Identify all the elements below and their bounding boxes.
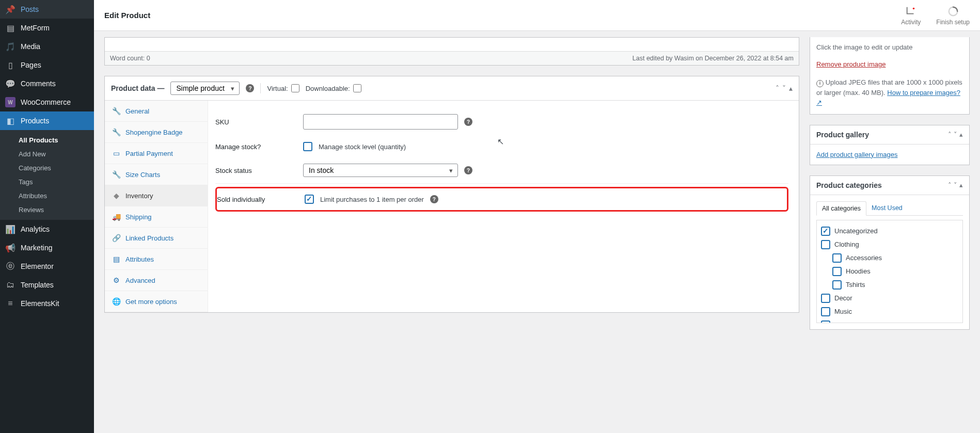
list-icon: ▤ bbox=[112, 255, 120, 263]
move-down-icon[interactable]: ˅ bbox=[954, 131, 957, 138]
virtual-checkbox[interactable] bbox=[291, 84, 299, 92]
help-icon[interactable]: ? bbox=[430, 195, 438, 203]
sidebar-item-products[interactable]: ◧Products bbox=[0, 111, 94, 130]
category-checkbox[interactable] bbox=[821, 307, 830, 316]
finish-setup-label: Finish setup bbox=[936, 19, 970, 26]
product-data-tabs: 🔧General 🔧Shopengine Badge ▭Partial Paym… bbox=[105, 101, 208, 312]
add-gallery-images-link[interactable]: Add product gallery images bbox=[816, 151, 898, 158]
activity-button[interactable]: Activity bbox=[901, 5, 921, 26]
category-label: Tshirts bbox=[846, 281, 865, 288]
progress-icon bbox=[947, 5, 959, 18]
sidebar-item-media[interactable]: 🎵Media bbox=[0, 37, 94, 56]
category-checkbox[interactable] bbox=[832, 267, 842, 276]
sidebar-item-metform[interactable]: ▤MetForm bbox=[0, 19, 94, 37]
sidebar-item-label: Media bbox=[21, 42, 40, 51]
sidebar-item-posts[interactable]: 📌Posts bbox=[0, 0, 94, 19]
tab-inventory[interactable]: ◆Inventory bbox=[105, 185, 208, 206]
category-checkbox[interactable] bbox=[832, 280, 842, 290]
category-checkbox[interactable] bbox=[821, 320, 830, 323]
sidebar-item-woocommerce[interactable]: WWooCommerce bbox=[0, 93, 94, 111]
editor-panel: Word count: 0 Last edited by Wasim on De… bbox=[104, 37, 799, 66]
page-title: Edit Product bbox=[104, 11, 150, 20]
virtual-toggle[interactable]: Virtual: bbox=[267, 84, 299, 92]
sidebar-item-comments[interactable]: 💬Comments bbox=[0, 74, 94, 93]
category-item[interactable]: Pet Food bbox=[821, 318, 958, 323]
submenu-tags[interactable]: Tags bbox=[0, 175, 94, 189]
downloadable-toggle[interactable]: Downloadable: bbox=[306, 84, 361, 92]
tab-size-charts[interactable]: 🔧Size Charts bbox=[105, 164, 208, 185]
category-item[interactable]: Music bbox=[821, 305, 958, 318]
tab-attributes[interactable]: ▤Attributes bbox=[105, 249, 208, 270]
sidebar-item-pages[interactable]: ▯Pages bbox=[0, 56, 94, 74]
finish-setup-button[interactable]: Finish setup bbox=[936, 5, 970, 26]
tab-shipping[interactable]: 🚚Shipping bbox=[105, 206, 208, 228]
collapse-icon[interactable]: ▴ bbox=[789, 84, 793, 92]
tab-get-more-options[interactable]: 🌐Get more options bbox=[105, 291, 208, 312]
sidebar-item-analytics[interactable]: 📊Analytics bbox=[0, 220, 94, 238]
category-item[interactable]: Clothing bbox=[821, 238, 958, 251]
sold-individually-checkbox[interactable] bbox=[305, 195, 314, 204]
topbar: Edit Product Activity Finish setup bbox=[94, 0, 980, 31]
move-up-icon[interactable]: ˄ bbox=[948, 131, 952, 138]
help-icon[interactable]: ? bbox=[246, 84, 254, 92]
manage-stock-label: Manage stock? bbox=[215, 143, 303, 151]
tab-linked-products[interactable]: 🔗Linked Products bbox=[105, 228, 208, 249]
tab-partial-payment[interactable]: ▭Partial Payment bbox=[105, 143, 208, 164]
category-checkbox[interactable] bbox=[821, 240, 830, 249]
category-item[interactable]: Decor bbox=[821, 292, 958, 305]
category-checkbox[interactable] bbox=[821, 294, 830, 303]
sidebar-item-marketing[interactable]: 📢Marketing bbox=[0, 238, 94, 257]
submenu-reviews[interactable]: Reviews bbox=[0, 203, 94, 217]
sidebar-item-elementor[interactable]: ⓔElementor bbox=[0, 257, 94, 276]
submenu-all-products[interactable]: All Products bbox=[0, 133, 94, 147]
woocommerce-icon: W bbox=[5, 97, 15, 107]
move-down-icon[interactable]: ˅ bbox=[782, 84, 786, 92]
sku-input[interactable] bbox=[303, 114, 458, 130]
stock-status-select[interactable]: In stock bbox=[303, 164, 458, 177]
category-item[interactable]: Accessories bbox=[821, 251, 958, 265]
sidebar-item-label: Posts bbox=[21, 5, 39, 13]
stock-status-label: Stock status bbox=[215, 167, 303, 174]
sidebar-item-label: MetForm bbox=[21, 24, 50, 32]
truck-icon: 🚚 bbox=[112, 213, 120, 221]
category-item[interactable]: Hoodies bbox=[821, 265, 958, 278]
help-icon[interactable]: ? bbox=[464, 166, 472, 174]
sidebar-item-label: ElementsKit bbox=[21, 299, 59, 308]
tab-general[interactable]: 🔧General bbox=[105, 101, 208, 122]
product-data-title: Product data — bbox=[111, 84, 164, 92]
submenu-attributes[interactable]: Attributes bbox=[0, 189, 94, 203]
sidebar-item-elementskit[interactable]: ≡ElementsKit bbox=[0, 294, 94, 313]
category-item[interactable]: Uncategorized bbox=[821, 224, 958, 238]
gear-icon: ⚙ bbox=[112, 276, 120, 284]
highlight-box: Sold individually Limit purchases to 1 i… bbox=[215, 187, 788, 212]
tab-shopengine-badge[interactable]: 🔧Shopengine Badge bbox=[105, 122, 208, 143]
product-type-select[interactable]: Simple product bbox=[170, 82, 240, 95]
collapse-icon[interactable]: ▴ bbox=[959, 131, 963, 138]
category-list[interactable]: UncategorizedClothingAccessoriesHoodiesT… bbox=[816, 220, 963, 323]
product-image-box: Click the image to edit or update Remove… bbox=[810, 37, 970, 115]
category-item[interactable]: Tshirts bbox=[821, 278, 958, 292]
help-icon[interactable]: ? bbox=[464, 118, 472, 126]
category-checkbox[interactable] bbox=[832, 253, 842, 263]
wrench-icon: 🔧 bbox=[112, 128, 120, 136]
virtual-label: Virtual: bbox=[267, 85, 288, 92]
submenu-categories[interactable]: Categories bbox=[0, 161, 94, 175]
svg-point-0 bbox=[913, 7, 915, 9]
collapse-icon[interactable]: ▴ bbox=[959, 181, 963, 189]
tab-most-used[interactable]: Most Used bbox=[866, 201, 908, 215]
move-up-icon[interactable]: ˄ bbox=[948, 181, 952, 189]
move-down-icon[interactable]: ˅ bbox=[954, 181, 957, 189]
sidebar-item-templates[interactable]: 🗂Templates bbox=[0, 276, 94, 294]
remove-product-image-link[interactable]: Remove product image bbox=[816, 60, 886, 68]
category-label: Uncategorized bbox=[834, 227, 878, 235]
category-checkbox[interactable] bbox=[821, 227, 830, 236]
tab-advanced[interactable]: ⚙Advanced bbox=[105, 270, 208, 291]
manage-stock-checkbox[interactable] bbox=[303, 142, 312, 151]
inventory-fields: SKU ? Manage stock? Manage st bbox=[208, 101, 799, 312]
move-up-icon[interactable]: ˄ bbox=[776, 84, 779, 92]
categories-title: Product categories bbox=[816, 181, 948, 189]
tab-all-categories[interactable]: All categories bbox=[816, 201, 866, 216]
word-count: Word count: 0 bbox=[110, 55, 150, 62]
submenu-add-new[interactable]: Add New bbox=[0, 147, 94, 161]
downloadable-checkbox[interactable] bbox=[353, 84, 361, 92]
